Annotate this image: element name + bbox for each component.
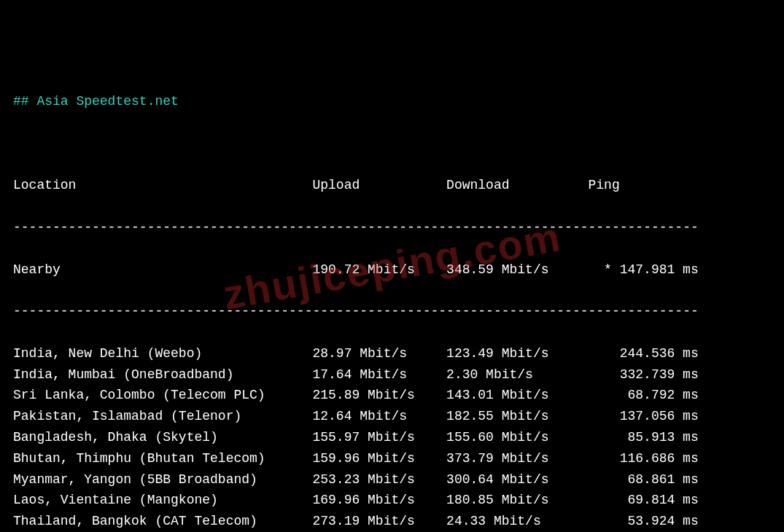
row-upload: 159.96 Mbit/s [312,448,446,469]
header-ping: Ping [589,178,620,192]
blank-line [13,133,771,154]
header-download: Download [446,175,588,196]
row-upload: 12.64 Mbit/s [312,406,446,427]
table-row: India, New Delhi (Weebo)28.97 Mbit/s123.… [13,343,771,364]
table-row: Sri Lanka, Colombo (Telecom PLC)215.89 M… [13,385,771,406]
row-location: Pakistan, Islamabad (Telenor) [13,406,312,427]
table-row: Laos, Vientaine (Mangkone)169.96 Mbit/s1… [13,490,771,511]
row-location: India, New Delhi (Weebo) [13,343,312,364]
table-row: Thailand, Bangkok (CAT Telecom)273.19 Mb… [13,511,771,532]
row-location: Bhutan, Thimphu (Bhutan Telecom) [13,448,312,469]
nearby-location: Nearby [13,259,312,281]
header-location: Location [13,175,312,196]
row-download: 182.55 Mbit/s [446,406,588,427]
row-download: 2.30 Mbit/s [446,364,588,386]
row-download: 24.33 Mbit/s [446,511,588,532]
table-row: Pakistan, Islamabad (Telenor)12.64 Mbit/… [13,406,771,427]
row-ping: 69.814 ms [589,490,699,511]
divider-line: ----------------------------------------… [13,217,771,238]
row-ping: 68.861 ms [589,469,699,490]
table-row: India, Mumbai (OneBroadband)17.64 Mbit/s… [13,364,771,386]
row-download: 373.79 Mbit/s [446,448,588,469]
header-upload: Upload [312,175,446,196]
row-location: Thailand, Bangkok (CAT Telecom) [13,511,312,532]
row-upload: 273.19 Mbit/s [312,511,446,532]
table-row: Bhutan, Thimphu (Bhutan Telecom)159.96 M… [13,448,771,469]
row-ping: 116.686 ms [589,448,699,469]
row-download: 123.49 Mbit/s [446,343,588,364]
table-row: Myanmar, Yangon (5BB Broadband)253.23 Mb… [13,469,771,490]
nearby-download: 348.59 Mbit/s [446,259,588,281]
row-ping: 137.056 ms [589,406,699,427]
row-ping: 244.536 ms [589,343,699,364]
row-download: 143.01 Mbit/s [446,385,588,406]
row-download: 155.60 Mbit/s [446,427,588,448]
row-location: Sri Lanka, Colombo (Telecom PLC) [13,385,312,406]
row-ping: 53.924 ms [589,511,699,532]
row-upload: 28.97 Mbit/s [312,343,446,364]
row-download: 300.64 Mbit/s [446,469,588,490]
row-location: Laos, Vientaine (Mangkone) [13,490,312,511]
row-ping: 85.913 ms [589,427,699,448]
row-upload: 17.64 Mbit/s [312,364,446,386]
row-location: India, Mumbai (OneBroadband) [13,364,312,386]
row-location: Myanmar, Yangon (5BB Broadband) [13,469,312,490]
row-location: Bangladesh, Dhaka (Skytel) [13,427,312,448]
row-ping: 332.739 ms [589,364,699,386]
nearby-row: Nearby190.72 Mbit/s348.59 Mbit/s* 147.98… [13,259,771,281]
speedtest-rows: India, New Delhi (Weebo)28.97 Mbit/s123.… [13,343,771,532]
nearby-ping: * 147.981 ms [589,259,699,281]
table-row: Bangladesh, Dhaka (Skytel)155.97 Mbit/s1… [13,427,771,448]
row-upload: 169.96 Mbit/s [312,490,446,511]
row-ping: 68.792 ms [589,385,699,406]
nearby-upload: 190.72 Mbit/s [312,259,446,281]
section-title: ## Asia Speedtest.net [13,91,771,112]
row-upload: 155.97 Mbit/s [312,427,446,448]
divider-line: ----------------------------------------… [13,301,771,322]
row-upload: 215.89 Mbit/s [312,385,446,406]
row-download: 180.85 Mbit/s [446,490,588,511]
table-header: LocationUploadDownloadPing [13,175,771,196]
row-upload: 253.23 Mbit/s [312,469,446,490]
